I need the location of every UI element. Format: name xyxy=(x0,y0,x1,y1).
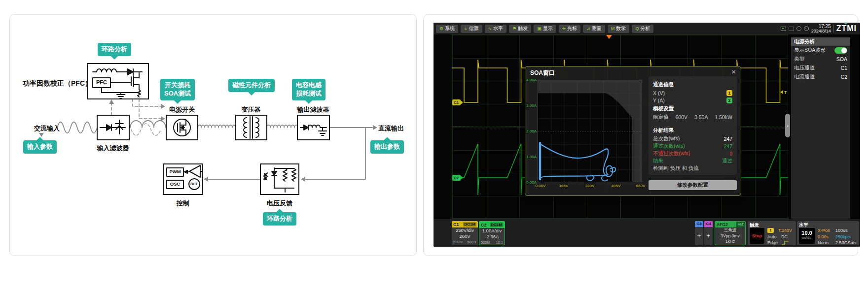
limit-power: 1.50kW xyxy=(715,114,732,120)
sidebar-row-label: 电流通道 xyxy=(794,73,815,80)
channel-2-block[interactable]: C2 DC1M 1.00A/div -2.36A 500M 10:1 xyxy=(479,221,505,245)
trigger-block[interactable]: 触发 Stop 1 T:240V Auto DC Edge xyxy=(748,221,796,245)
menu-analysis-button[interactable]: Q分析 xyxy=(632,25,653,33)
phone-link-icon[interactable] xyxy=(804,26,809,31)
callout-loop-analysis-bottom: 环路分析 xyxy=(263,212,296,226)
fail-count-label: 不通过次数(wfs) xyxy=(653,150,690,157)
c2-ground-marker[interactable]: C2 xyxy=(452,175,463,181)
sidebar-row-current-channel[interactable]: 电流通道 C2 xyxy=(791,72,850,81)
date-text: 2024/8/14 xyxy=(811,29,831,34)
afg-block[interactable]: AFG2 HiZ 三角波 3Vpp 0mv 1kHz xyxy=(715,221,746,245)
menu-label: 光标 xyxy=(567,25,577,32)
callout-text: 开关损耗 xyxy=(164,81,191,90)
menu-system-button[interactable]: ⚙系统 xyxy=(436,25,458,33)
sidebar-collapse-handle[interactable]: › xyxy=(785,114,790,137)
menu-label: 数学 xyxy=(616,25,626,32)
trigger-type: Edge xyxy=(767,240,778,245)
add-channel-button[interactable]: + xyxy=(695,227,703,245)
network-icon[interactable] xyxy=(796,26,801,31)
channel-4-block[interactable]: C4 + xyxy=(704,221,713,245)
menubar-right-cluster: 17:25 2024/8/14 ZTMI xyxy=(781,23,858,34)
wave-icon: ∿ xyxy=(488,27,492,31)
channel-bandwidth: 500M xyxy=(453,240,463,244)
channel-coupling: DC1M xyxy=(490,223,503,227)
menu-measure-button[interactable]: ⊿测量 xyxy=(583,25,605,33)
soa-display-toggle[interactable] xyxy=(834,47,847,54)
probe-ratio: 10:1 xyxy=(496,240,503,245)
channel-name: C4 xyxy=(704,221,713,227)
time-text: 17:25 xyxy=(811,24,831,29)
x-tick: 495V xyxy=(612,184,621,188)
menu-trigger-button[interactable]: ⚑触发 xyxy=(509,25,531,33)
sidebar-row-type[interactable]: 类型 SOA xyxy=(791,55,850,64)
storage-icon[interactable] xyxy=(789,27,794,31)
callout-text: 环路分析 xyxy=(267,215,292,222)
scope-menubar: ⚙系统 ⏚信源 ∿水平 ⚑触发 ▣显示 ✛光标 ⊿测量 M数学 Q分析 17:2… xyxy=(434,23,860,34)
channel-1-block[interactable]: C1 DC1M 250V/div 260V 500M 500:1 xyxy=(452,221,478,245)
sidebar-row-show-soa[interactable]: 显示SOA波形 xyxy=(791,46,850,55)
channel-3-block[interactable]: C3 + xyxy=(695,221,703,245)
limit-current: 3.50A xyxy=(694,114,708,120)
close-icon[interactable]: × xyxy=(731,67,736,76)
trigger-sweep-mode: Auto xyxy=(767,234,777,239)
soa-plot-canvas xyxy=(538,80,642,182)
afg-frequency: 1kHz xyxy=(715,239,745,245)
y-tick: 0.00A xyxy=(525,180,537,185)
soa-info-panel: 通道信息 X (V) 1 Y (A) 2 模板设置 限定值 600V 3.50A xyxy=(649,76,737,175)
c1-ground-marker[interactable]: C1 xyxy=(452,99,463,105)
fail-count-value: 0 xyxy=(729,151,732,157)
flag-icon: ⚑ xyxy=(512,27,516,31)
menu-horizontal-button[interactable]: ∿水平 xyxy=(485,25,507,33)
sidebar-row-value: C2 xyxy=(841,74,847,80)
note-row: 检测到 负压 和 负流 xyxy=(653,164,732,172)
diagram-wiring xyxy=(10,15,416,256)
ref-circle-text: REF xyxy=(190,182,198,186)
afg-waveform: 三角波 xyxy=(715,227,745,233)
trigger-level-marker[interactable]: T xyxy=(780,90,787,95)
modify-parameters-button[interactable]: 修改参数配置 xyxy=(649,180,737,190)
timebase-scale: 10.0 xyxy=(799,230,815,236)
menu-cursor-button[interactable]: ✛光标 xyxy=(559,25,581,33)
xpos-label: X-Pos xyxy=(818,228,830,233)
menu-display-button[interactable]: ▣显示 xyxy=(534,25,556,33)
callout-text: 输出参数 xyxy=(374,143,400,150)
logo-accent xyxy=(844,23,847,26)
control-label: 控制 xyxy=(177,199,189,208)
soa-plot xyxy=(538,80,642,182)
template-settings-header: 模板设置 xyxy=(653,105,732,112)
menu-label: 触发 xyxy=(518,25,528,32)
menu-label: 分析 xyxy=(640,25,650,32)
channel-1-badge: 1 xyxy=(726,90,732,96)
channel-bandwidth: 500M xyxy=(481,240,490,245)
svg-text:C1: C1 xyxy=(454,100,459,105)
callout-text: 电容电感 xyxy=(296,81,322,90)
menu-math-button[interactable]: M数学 xyxy=(608,25,630,33)
gear-icon: ⚙ xyxy=(439,27,443,31)
y-tick: 2.00A xyxy=(525,129,537,133)
dc-output-label: 直流输出 xyxy=(378,124,404,133)
dialog-title: SOA窗口 xyxy=(530,69,555,77)
remote-display-icon[interactable] xyxy=(781,27,786,31)
rectified-wave xyxy=(130,121,166,135)
divider xyxy=(833,25,834,32)
rising-edge-icon xyxy=(781,241,789,245)
menu-source-button[interactable]: ⏚信源 xyxy=(461,25,482,33)
y-channel-row: Y (A) 2 xyxy=(653,97,732,104)
scope-screen: ⚙系统 ⏚信源 ∿水平 ⚑触发 ▣显示 ✛光标 ⊿测量 M数学 Q分析 17:2… xyxy=(434,23,860,247)
add-channel-button[interactable]: + xyxy=(704,227,713,245)
transformer-label: 变压器 xyxy=(242,105,261,114)
channel-2-badge: 2 xyxy=(726,97,732,103)
pwm-box-text: PWM xyxy=(169,169,181,174)
power-supply-diagram-panel: PFC PWM OSC REF 功率因数校正（PFC） 交流输入 输入滤波器 电… xyxy=(9,14,417,256)
soa-window-dialog: SOA窗口 × 4.00A 3.00A 2.00A 1.00A 0.00A 0.… xyxy=(525,66,741,196)
sidebar-row-voltage-channel[interactable]: 电压通道 C1 xyxy=(791,64,850,72)
osc-box-text: OSC xyxy=(170,181,181,187)
horizontal-block[interactable]: 水平 10.0 us/div X-Pos 100us 0.00s 250kpts… xyxy=(797,221,859,245)
callout-text: 损耗测试 xyxy=(296,90,322,98)
menu-label: 信源 xyxy=(469,25,479,32)
channel-name: C2 xyxy=(481,223,487,227)
pfc-caption: 功率因数校正（PFC） xyxy=(23,79,92,88)
sidebar-title: 电源分析 xyxy=(791,37,850,46)
total-count-row: 总次数(wfs) 247 xyxy=(653,135,732,142)
sidebar-row-label: 电压通道 xyxy=(794,65,815,71)
